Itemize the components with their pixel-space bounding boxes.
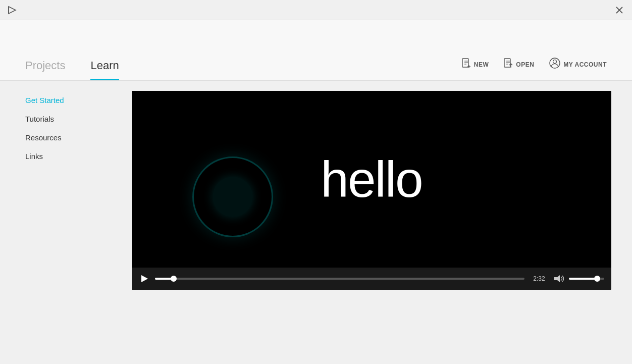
progress-bar[interactable]	[155, 278, 524, 280]
title-bar-left	[7, 5, 17, 15]
main-content: Get Started Tutorials Resources Links he…	[0, 81, 632, 364]
nav-bar: Projects Learn NEW	[0, 20, 632, 81]
svg-point-16	[553, 60, 557, 64]
my-account-button[interactable]: MY ACCOUNT	[549, 58, 607, 71]
sidebar-item-resources[interactable]: Resources	[25, 133, 96, 142]
sidebar-item-get-started[interactable]: Get Started	[25, 96, 96, 105]
app-icon	[7, 5, 17, 15]
volume-button[interactable]	[554, 275, 564, 283]
open-icon	[504, 58, 513, 71]
volume-fill	[569, 278, 597, 280]
new-icon	[462, 58, 471, 71]
tab-projects[interactable]: Projects	[25, 59, 65, 80]
sidebar: Get Started Tutorials Resources Links	[0, 81, 121, 364]
video-screen: hello	[132, 91, 611, 268]
open-button[interactable]: OPEN	[504, 58, 534, 71]
video-bg-inner	[213, 177, 253, 217]
tab-learn[interactable]: Learn	[90, 59, 119, 80]
nav-tabs: Projects Learn	[25, 59, 119, 80]
progress-fill	[155, 278, 174, 280]
nav-actions: NEW OPEN	[462, 58, 607, 80]
video-player: hello 2:32	[132, 91, 611, 290]
volume-thumb	[594, 276, 600, 282]
title-bar	[0, 0, 632, 20]
sidebar-item-links[interactable]: Links	[25, 152, 96, 161]
video-hello-text: hello	[321, 150, 422, 209]
sidebar-item-tutorials[interactable]: Tutorials	[25, 115, 96, 123]
play-button[interactable]	[139, 273, 150, 284]
svg-marker-0	[9, 7, 16, 14]
content-area: hello 2:32	[121, 81, 632, 364]
video-controls: 2:32	[132, 268, 611, 290]
time-display: 2:32	[530, 275, 549, 282]
progress-thumb	[171, 276, 177, 282]
play-icon	[141, 275, 148, 282]
volume-bar[interactable]	[569, 278, 604, 280]
volume-icon	[554, 275, 564, 283]
new-button[interactable]: NEW	[462, 58, 489, 71]
svg-marker-17	[554, 275, 560, 282]
close-button[interactable]	[614, 5, 625, 16]
account-icon	[549, 58, 560, 71]
